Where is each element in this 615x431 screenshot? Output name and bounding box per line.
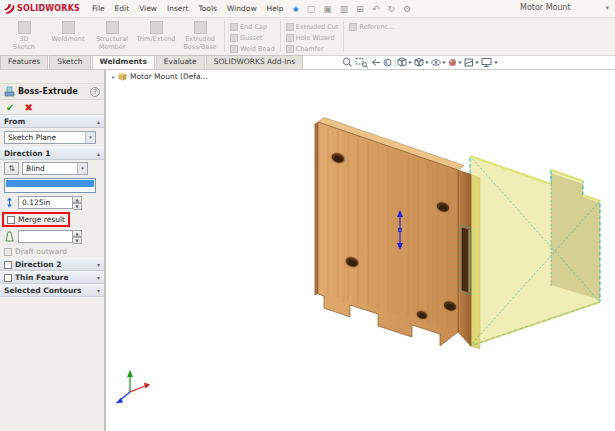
reference-geometry-button[interactable]: Referenc... xyxy=(346,21,397,32)
menu-tools[interactable]: Tools xyxy=(194,4,220,13)
command-tab-row: Features Sketch Weldments Evaluate SOLID… xyxy=(0,56,615,70)
tab-solidworks-add-ins[interactable]: SOLIDWORKS Add-Ins xyxy=(206,55,304,69)
chevron-down-icon[interactable] xyxy=(458,62,462,65)
thin-feature-section-header[interactable]: Thin Feature ▾ xyxy=(0,271,104,284)
menu-edit[interactable]: Edit xyxy=(111,4,134,13)
from-section-header[interactable]: From ▴ xyxy=(0,115,104,128)
slot-cutout xyxy=(462,228,469,292)
feature-tree-flyout[interactable]: ▸ Motor Mount (Defa... xyxy=(112,72,208,81)
chevron-down-icon[interactable] xyxy=(442,62,446,65)
3d-sketch-icon xyxy=(18,21,31,34)
undo-icon[interactable]: ↶ xyxy=(369,4,383,14)
side-plate xyxy=(458,170,471,346)
end-cap-button[interactable]: End Cap xyxy=(227,21,278,32)
end-condition-dropdown[interactable]: Blind ▾ xyxy=(22,162,88,175)
chevron-down-icon[interactable] xyxy=(425,62,429,65)
hole-wizard-button[interactable]: Hole Wizard xyxy=(283,32,342,43)
reference-geometry-icon xyxy=(349,23,357,31)
selected-contours-header-label: Selected Contours xyxy=(4,286,94,295)
ok-button[interactable]: ✔ xyxy=(6,102,14,113)
chevron-down-icon[interactable] xyxy=(494,62,498,65)
new-icon[interactable]: ▢ xyxy=(304,4,319,14)
chevron-down-icon[interactable] xyxy=(408,62,412,65)
previous-view-icon[interactable] xyxy=(373,60,381,66)
from-section-body: Sketch Plane ▾ xyxy=(0,128,104,147)
pin-menu-icon[interactable]: ◉ xyxy=(293,5,299,13)
cancel-button[interactable]: ✖ xyxy=(24,102,32,113)
trim-extend-label-1: Trim/Extend xyxy=(137,35,176,43)
help-icon[interactable]: ? xyxy=(90,87,100,97)
display-style-icon[interactable] xyxy=(415,59,423,67)
hole-wizard-icon xyxy=(286,34,294,42)
extruded-cut-button[interactable]: Extruded Cut xyxy=(283,21,342,32)
tab-features[interactable]: Features xyxy=(0,55,48,69)
draft-angle-value[interactable] xyxy=(18,230,73,243)
menu-insert[interactable]: Insert xyxy=(163,4,193,13)
chevron-down-icon[interactable]: ▾ xyxy=(605,4,609,12)
merge-result-checkbox[interactable] xyxy=(7,216,15,224)
start-condition-dropdown[interactable]: Sketch Plane ▾ xyxy=(4,131,96,144)
reverse-direction-button[interactable]: ⇅ xyxy=(4,162,19,175)
menu-window[interactable]: Window xyxy=(223,4,261,13)
solidworks-logo-icon xyxy=(4,3,15,14)
trim-extend-button[interactable]: Trim/Extend xyxy=(134,19,178,54)
document-title: Motor Mount xyxy=(520,3,571,12)
apply-scene-icon[interactable] xyxy=(465,59,473,66)
3d-sketch-button[interactable]: 3D Sketch xyxy=(2,19,46,54)
chamfer-button[interactable]: Chamfer xyxy=(283,43,342,54)
extruded-boss-icon xyxy=(194,21,207,34)
edit-appearance-icon[interactable] xyxy=(449,59,456,66)
tree-expand-icon[interactable]: ▸ xyxy=(112,73,115,80)
chevron-down-icon: ▾ xyxy=(85,132,95,143)
extruded-boss-button[interactable]: Extruded Boss/Base xyxy=(178,19,222,54)
spin-down-button[interactable]: ▼ xyxy=(73,203,82,210)
draft-outward-label: Draft outward xyxy=(15,247,67,256)
depth-value[interactable]: 0.125in xyxy=(18,196,73,209)
print-icon[interactable]: ⊞ xyxy=(353,4,367,14)
direction1-section-header[interactable]: Direction 1 ▴ xyxy=(0,147,104,160)
menu-help[interactable]: Help xyxy=(263,4,288,13)
gusset-button[interactable]: Gusset xyxy=(227,32,278,43)
spin-up-button[interactable]: ▲ xyxy=(73,196,82,203)
3d-model-canvas[interactable] xyxy=(106,70,615,431)
options-icon[interactable]: ⚙ xyxy=(400,4,414,14)
open-icon[interactable]: ▣ xyxy=(320,4,335,14)
selected-item-highlight xyxy=(6,180,94,187)
spin-down-button[interactable]: ▼ xyxy=(73,237,82,244)
menu-file[interactable]: File xyxy=(88,4,109,13)
menu-view[interactable]: View xyxy=(135,4,161,13)
zoom-fit-icon[interactable] xyxy=(343,58,351,66)
section-view-icon[interactable] xyxy=(384,59,391,66)
tab-weldments[interactable]: Weldments xyxy=(92,55,155,69)
reference-geometry-label: Referenc... xyxy=(359,23,394,31)
extruded-cut-icon xyxy=(286,23,294,31)
thin-feature-checkbox[interactable] xyxy=(4,274,12,282)
direction2-section-header[interactable]: Direction 2 ▾ xyxy=(0,258,104,271)
rebuild-icon[interactable]: ↻ xyxy=(384,4,398,14)
direction-selection-box[interactable] xyxy=(4,178,96,193)
3d-sketch-label-1: 3D xyxy=(19,35,28,43)
tree-item-label: Motor Mount (Defa... xyxy=(130,72,208,81)
graphics-area[interactable]: ▸ Motor Mount (Defa... xyxy=(106,70,615,431)
heads-up-view-toolbar xyxy=(341,56,505,69)
structural-member-icon xyxy=(106,21,119,34)
chevron-down-icon[interactable] xyxy=(475,62,479,65)
selected-contours-section-header[interactable]: Selected Contours ▾ xyxy=(0,284,104,297)
zoom-area-icon[interactable] xyxy=(356,59,368,68)
view-orientation-icon[interactable] xyxy=(398,58,406,66)
structural-member-button[interactable]: Structural Member xyxy=(90,19,134,54)
direction2-header-label: Direction 2 xyxy=(15,260,94,269)
weld-bead-button[interactable]: Weld Bead xyxy=(227,43,278,54)
tab-sketch[interactable]: Sketch xyxy=(49,55,90,69)
direction2-checkbox[interactable] xyxy=(4,261,12,269)
tab-evaluate[interactable]: Evaluate xyxy=(156,55,205,69)
draft-angle-spinbox[interactable]: ▲ ▼ xyxy=(18,230,82,243)
property-manager-actions: ✔ ✖ xyxy=(0,100,104,115)
hide-show-items-icon[interactable] xyxy=(432,60,440,65)
spin-up-button[interactable]: ▲ xyxy=(73,230,82,237)
save-icon[interactable]: ▥ xyxy=(337,4,352,14)
draft-outward-checkbox[interactable] xyxy=(4,248,12,256)
view-settings-icon[interactable] xyxy=(482,59,491,67)
weldment-button[interactable]: Weldment xyxy=(46,19,90,54)
depth-spinbox[interactable]: 0.125in ▲ ▼ xyxy=(18,196,82,209)
